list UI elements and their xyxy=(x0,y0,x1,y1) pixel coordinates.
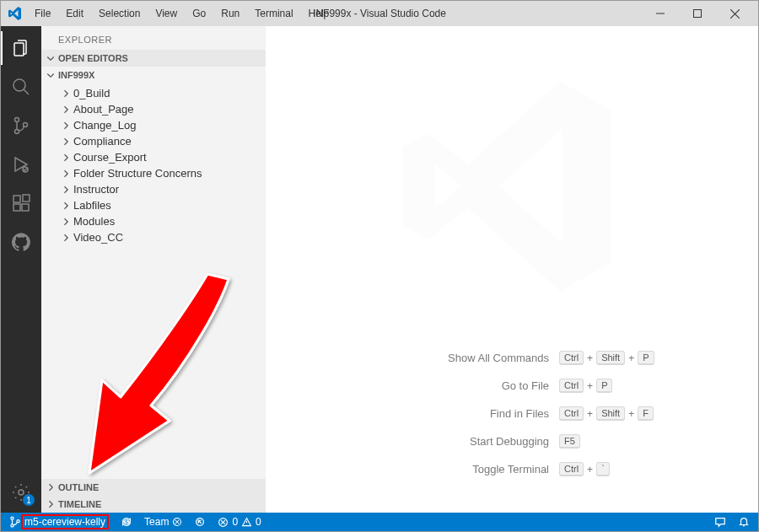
chevron-right-icon xyxy=(60,104,72,116)
kbd: Ctrl xyxy=(559,462,584,476)
tree-folder[interactable]: 0_Build xyxy=(41,85,266,101)
chevron-right-icon xyxy=(60,136,72,148)
error-count: 0 xyxy=(232,516,238,528)
search-icon[interactable] xyxy=(1,70,41,104)
status-sync-icon[interactable] xyxy=(119,516,134,528)
kbd: F xyxy=(638,406,654,421)
chevron-right-icon xyxy=(60,120,72,132)
tree-folder[interactable]: Instructor xyxy=(41,181,266,197)
tree-folder[interactable]: Modules xyxy=(41,213,266,229)
status-bar: m5-cereview-kelly Team 0 0 xyxy=(1,513,758,531)
chevron-right-icon xyxy=(60,200,72,212)
status-bell-icon[interactable] xyxy=(736,516,751,528)
menu-terminal[interactable]: Terminal xyxy=(248,4,299,23)
menu-run[interactable]: Run xyxy=(214,4,246,23)
folder-label: 0_Build xyxy=(73,87,110,99)
chevron-right-icon xyxy=(60,232,72,244)
tree-folder[interactable]: Labfiles xyxy=(41,197,266,213)
project-label: INF999X xyxy=(58,70,94,80)
tree-folder[interactable]: Video_CC xyxy=(41,229,266,245)
welcome-shortcuts: Show All Commands Ctrl+ Shift+ P Go to F… xyxy=(266,351,758,476)
outline-header[interactable]: OUTLINE xyxy=(41,479,266,496)
folder-tree: 0_Build About_Page Change_Log Compliance… xyxy=(41,83,266,247)
kbd: P xyxy=(638,351,654,365)
chevron-right-icon xyxy=(45,498,57,510)
shortcut-label: Show All Commands xyxy=(296,352,549,364)
status-team[interactable]: Team xyxy=(143,516,184,528)
chevron-right-icon xyxy=(60,216,72,228)
explorer-sidebar: EXPLORER OPEN EDITORS INF999X 0_Build Ab… xyxy=(41,26,266,513)
menu-file[interactable]: File xyxy=(28,4,57,23)
svg-point-3 xyxy=(15,130,19,134)
tree-folder[interactable]: Course_Export xyxy=(41,149,266,165)
open-editors-header[interactable]: OPEN EDITORS xyxy=(41,50,266,67)
folder-label: Change_Log xyxy=(73,119,136,132)
svg-point-1 xyxy=(13,79,25,91)
menu-edit[interactable]: Edit xyxy=(59,4,90,23)
github-icon[interactable] xyxy=(1,225,41,259)
chevron-right-icon xyxy=(60,168,72,180)
timeline-header[interactable]: TIMELINE xyxy=(41,496,266,513)
window-minimize-button[interactable] xyxy=(642,1,679,26)
tree-folder[interactable]: Compliance xyxy=(41,133,266,149)
run-debug-icon[interactable] xyxy=(1,148,41,181)
app-logo-icon xyxy=(8,6,23,21)
vscode-watermark-icon xyxy=(402,77,622,296)
team-label: Team xyxy=(144,516,169,528)
svg-rect-9 xyxy=(23,195,30,202)
folder-label: Instructor xyxy=(73,183,119,196)
kbd: Ctrl xyxy=(559,406,584,421)
kbd: F5 xyxy=(559,434,580,449)
activity-bar: 1 xyxy=(1,26,41,513)
annotation-highlight: m5-cereview-kelly xyxy=(21,514,109,529)
kbd: Ctrl xyxy=(559,351,584,365)
title-bar: File Edit Selection View Go Run Terminal… xyxy=(1,1,758,26)
menu-go[interactable]: Go xyxy=(186,4,213,23)
svg-point-10 xyxy=(19,490,24,495)
main-menu: File Edit Selection View Go Run Terminal… xyxy=(28,4,336,23)
outline-label: OUTLINE xyxy=(58,482,99,492)
window-maximize-button[interactable] xyxy=(679,1,716,26)
status-feedback-icon[interactable] xyxy=(713,516,728,528)
status-live-share-icon[interactable] xyxy=(192,516,207,528)
menu-selection[interactable]: Selection xyxy=(92,4,147,23)
chevron-right-icon xyxy=(60,88,72,99)
svg-rect-6 xyxy=(13,196,20,202)
chevron-down-icon xyxy=(45,52,57,64)
menu-view[interactable]: View xyxy=(148,4,184,23)
project-header[interactable]: INF999X xyxy=(41,67,266,83)
explorer-icon[interactable] xyxy=(1,31,41,65)
svg-rect-0 xyxy=(694,10,702,18)
shortcut-label: Go to File xyxy=(296,379,549,392)
svg-rect-7 xyxy=(13,204,20,211)
folder-label: Compliance xyxy=(73,135,132,148)
window-close-button[interactable] xyxy=(716,1,753,26)
status-branch[interactable]: m5-cereview-kelly xyxy=(8,514,110,529)
open-editors-label: OPEN EDITORS xyxy=(58,53,128,63)
chevron-right-icon xyxy=(45,481,57,493)
status-problems[interactable]: 0 0 xyxy=(216,516,262,528)
svg-point-11 xyxy=(11,517,13,519)
kbd: ` xyxy=(596,462,610,476)
chevron-down-icon xyxy=(45,69,57,81)
folder-label: Modules xyxy=(73,215,115,228)
window-title: INF999x - Visual Studio Code xyxy=(313,8,446,19)
svg-point-2 xyxy=(15,118,19,122)
tree-folder[interactable]: Folder Structure Concerns xyxy=(41,165,266,181)
extensions-icon[interactable] xyxy=(1,186,41,220)
settings-gear-icon[interactable]: 1 xyxy=(1,476,41,509)
kbd: Ctrl xyxy=(559,379,584,393)
shortcut-label: Toggle Terminal xyxy=(296,463,549,476)
source-control-icon[interactable] xyxy=(1,109,41,142)
shortcut-label: Start Debugging xyxy=(296,435,549,448)
editor-welcome: Show All Commands Ctrl+ Shift+ P Go to F… xyxy=(266,26,758,513)
timeline-label: TIMELINE xyxy=(58,499,101,509)
tree-folder[interactable]: About_Page xyxy=(41,101,266,117)
tree-folder[interactable]: Change_Log xyxy=(41,117,266,133)
settings-badge: 1 xyxy=(23,494,35,506)
chevron-right-icon xyxy=(60,152,72,164)
kbd: Shift xyxy=(596,351,625,365)
folder-label: Folder Structure Concerns xyxy=(73,167,202,180)
svg-point-12 xyxy=(11,524,13,527)
svg-point-4 xyxy=(24,123,28,127)
